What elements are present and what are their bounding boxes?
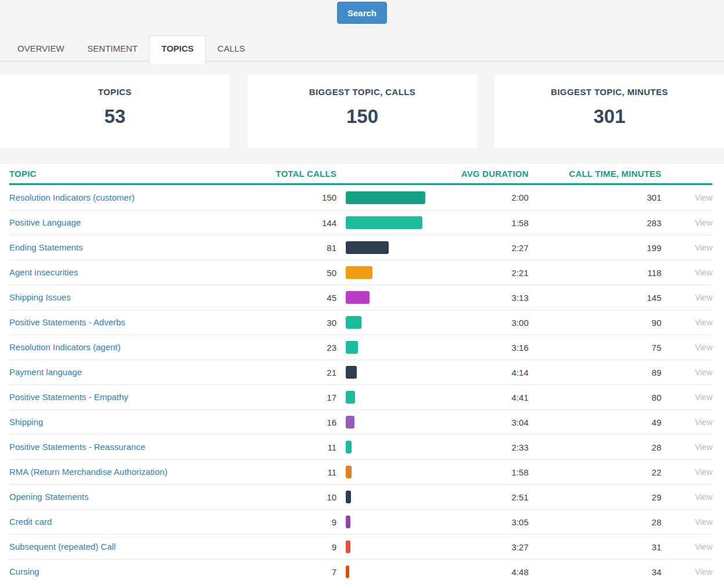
view-link[interactable]: View (695, 268, 712, 277)
avg-duration-value: 2:33 (433, 442, 528, 452)
calls-bar (346, 540, 350, 553)
total-calls-value: 11 (265, 467, 336, 477)
avg-duration-value: 2:27 (433, 243, 528, 253)
calls-bar-cell (336, 491, 433, 503)
call-time-minutes-value: 80 (528, 393, 661, 402)
stat-card-biggest-topic-calls: BIGGEST TOPIC, CALLS 150 (248, 74, 477, 148)
table-header-row: TOPIC TOTAL CALLS AVG DURATION CALL TIME… (9, 164, 712, 185)
calls-bar (346, 241, 389, 254)
topic-cell: Credit card (9, 517, 265, 527)
view-link[interactable]: View (695, 393, 712, 402)
total-calls-value: 16 (265, 418, 336, 427)
calls-bar (346, 316, 361, 329)
view-link[interactable]: View (695, 343, 712, 352)
calls-bar (346, 491, 351, 503)
stat-card-value: 53 (0, 106, 230, 128)
total-calls-value: 7 (265, 567, 336, 577)
calls-bar-cell (336, 540, 433, 553)
call-time-minutes-value: 145 (528, 293, 661, 303)
topic-link[interactable]: Positive Statements - Reassurance (9, 442, 145, 452)
column-header-avg-duration: AVG DURATION (433, 169, 528, 179)
topic-link[interactable]: Payment language (9, 367, 82, 377)
view-link[interactable]: View (695, 368, 712, 377)
total-calls-value: 21 (265, 368, 336, 378)
table-body: Resolution Indicators (customer)1502:003… (9, 185, 712, 584)
table-row: Opening Statements102:5129View (9, 484, 712, 509)
topic-cell: Cursing (9, 567, 265, 577)
call-time-minutes-value: 90 (528, 318, 661, 328)
topic-link[interactable]: Resolution Indicators (customer) (9, 193, 135, 202)
call-time-minutes-value: 283 (528, 218, 661, 228)
view-link[interactable]: View (695, 418, 712, 427)
stat-card-biggest-topic-minutes: BIGGEST TOPIC, MINUTES 301 (495, 74, 724, 148)
avg-duration-value: 4:41 (433, 393, 528, 402)
view-link[interactable]: View (695, 318, 712, 327)
topic-cell: Positive Language (9, 217, 265, 228)
view-link[interactable]: View (695, 492, 712, 502)
tab-calls[interactable]: CALLS (206, 36, 257, 61)
topic-cell: Subsequent (repeated) Call (9, 542, 265, 552)
call-time-minutes-value: 22 (528, 467, 661, 477)
view-cell: View (661, 467, 712, 477)
call-time-minutes-value: 118 (528, 268, 661, 278)
topic-link[interactable]: Ending Statements (9, 242, 83, 252)
tab-sentiment[interactable]: SENTIMENT (76, 36, 150, 61)
view-cell: View (661, 342, 712, 353)
topic-link[interactable]: Resolution Indicators (agent) (9, 342, 121, 352)
table-row: Positive Statements - Reassurance112:332… (9, 434, 712, 459)
topic-link[interactable]: RMA (Return Merchandise Authorization) (9, 467, 168, 477)
view-link[interactable]: View (695, 293, 712, 302)
call-time-minutes-value: 301 (528, 193, 661, 202)
total-calls-value: 150 (265, 193, 336, 202)
stat-card-label: BIGGEST TOPIC, CALLS (248, 87, 477, 97)
view-link[interactable]: View (695, 442, 712, 452)
avg-duration-value: 3:16 (433, 343, 528, 353)
table-row: Credit card93:0528View (9, 509, 712, 534)
topic-link[interactable]: Cursing (9, 567, 39, 576)
topic-link[interactable]: Opening Statements (9, 492, 89, 502)
topic-link[interactable]: Shipping Issues (9, 292, 71, 302)
total-calls-value: 81 (265, 243, 336, 253)
tab-overview[interactable]: OVERVIEW (6, 36, 76, 61)
table-row: Positive Statements - Empathy174:4180Vie… (9, 384, 712, 409)
total-calls-value: 10 (265, 492, 336, 502)
stat-cards: TOPICS 53 BIGGEST TOPIC, CALLS 150 BIGGE… (0, 74, 724, 148)
topic-link[interactable]: Subsequent (repeated) Call (9, 542, 115, 551)
calls-bar (346, 366, 357, 379)
view-cell: View (661, 217, 712, 228)
calls-bar-cell (336, 366, 433, 379)
topic-link[interactable]: Agent insecurities (9, 267, 78, 277)
table-row: Subsequent (repeated) Call93:2731View (9, 534, 712, 559)
view-link[interactable]: View (695, 467, 712, 477)
call-time-minutes-value: 29 (528, 492, 661, 502)
topic-cell: Payment language (9, 367, 265, 378)
avg-duration-value: 3:05 (433, 517, 528, 527)
view-link[interactable]: View (695, 193, 712, 202)
calls-bar-cell (336, 516, 433, 528)
search-button[interactable]: Search (337, 2, 387, 24)
view-cell: View (661, 542, 712, 552)
calls-bar (346, 441, 352, 453)
table-row: Resolution Indicators (customer)1502:003… (9, 185, 712, 210)
view-link[interactable]: View (695, 517, 712, 527)
calls-bar-cell (336, 291, 433, 304)
avg-duration-value: 3:13 (433, 293, 528, 303)
total-calls-value: 144 (265, 218, 336, 228)
column-header-topic: TOPIC (9, 169, 265, 179)
view-link[interactable]: View (695, 243, 712, 252)
topic-link[interactable]: Positive Statements - Empathy (9, 392, 128, 402)
avg-duration-value: 3:00 (433, 318, 528, 328)
view-link[interactable]: View (695, 567, 712, 576)
topic-link[interactable]: Credit card (9, 517, 52, 527)
topic-link[interactable]: Positive Language (9, 217, 81, 227)
topic-cell: Shipping Issues (9, 292, 265, 303)
tab-topics[interactable]: TOPICS (149, 35, 206, 64)
topic-link[interactable]: Shipping (9, 417, 43, 427)
view-link[interactable]: View (695, 218, 712, 227)
table-row: Positive Language1441:58283View (9, 210, 712, 235)
topic-link[interactable]: Positive Statements - Adverbs (9, 317, 125, 327)
view-cell: View (661, 292, 712, 303)
table-row: Payment language214:1489View (9, 360, 712, 384)
topic-cell: Agent insecurities (9, 267, 265, 278)
view-link[interactable]: View (695, 542, 712, 551)
